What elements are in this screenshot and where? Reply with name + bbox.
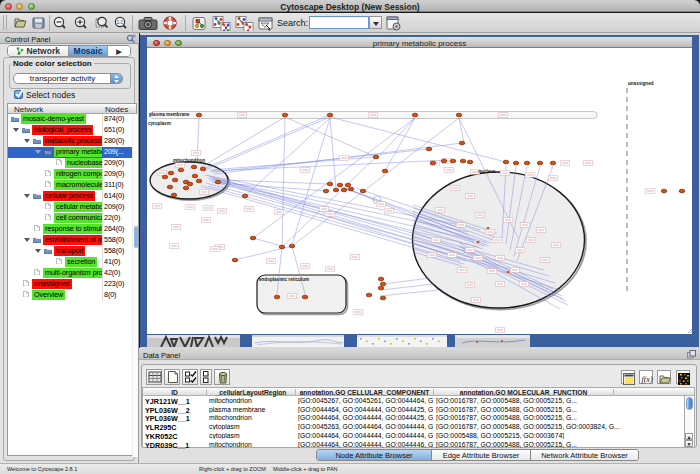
svg-text:nucleus: nucleus xyxy=(478,169,496,174)
svg-text:cytoplasm: cytoplasm xyxy=(148,121,171,126)
svg-text:plasma membrane: plasma membrane xyxy=(149,112,190,117)
svg-text:1:1: 1:1 xyxy=(117,20,124,25)
svg-text:unassigned: unassigned xyxy=(628,81,654,86)
svg-text:f(x): f(x) xyxy=(641,375,652,384)
svg-text:endoplasmic reticulum: endoplasmic reticulum xyxy=(259,277,309,282)
svg-text:mitochondrion: mitochondrion xyxy=(173,158,205,163)
